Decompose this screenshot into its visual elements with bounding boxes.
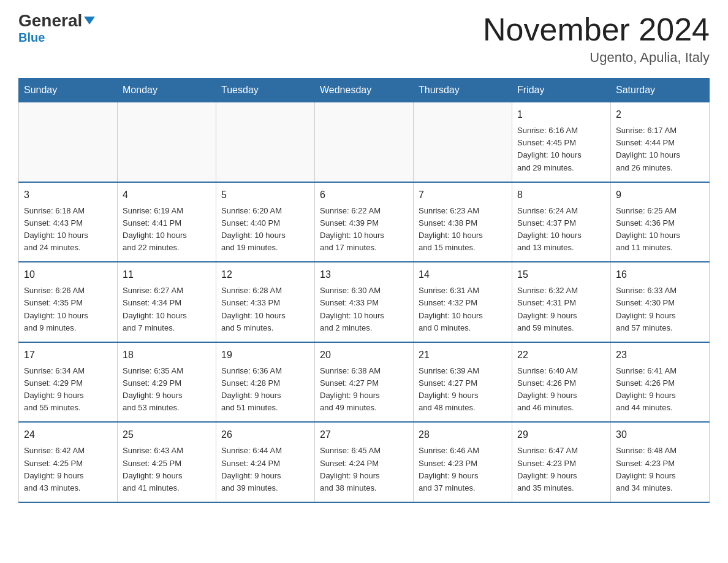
day-info: Sunrise: 6:44 AM Sunset: 4:24 PM Dayligh…: [221, 445, 309, 494]
calendar-cell: 22Sunrise: 6:40 AM Sunset: 4:26 PM Dayli…: [512, 342, 611, 423]
calendar-week-4: 17Sunrise: 6:34 AM Sunset: 4:29 PM Dayli…: [19, 342, 710, 423]
day-number: 9: [616, 188, 704, 202]
day-number: 22: [517, 348, 605, 362]
day-number: 2: [616, 107, 704, 122]
calendar-cell: 6Sunrise: 6:22 AM Sunset: 4:39 PM Daylig…: [315, 182, 414, 262]
day-number: 29: [517, 427, 605, 442]
calendar-cell: 9Sunrise: 6:25 AM Sunset: 4:36 PM Daylig…: [611, 182, 710, 262]
day-number: 20: [320, 348, 408, 362]
calendar-cell: 23Sunrise: 6:41 AM Sunset: 4:26 PM Dayli…: [611, 342, 710, 423]
day-info: Sunrise: 6:24 AM Sunset: 4:37 PM Dayligh…: [517, 205, 605, 255]
day-info: Sunrise: 6:36 AM Sunset: 4:28 PM Dayligh…: [221, 365, 309, 415]
calendar-cell: [315, 102, 414, 182]
day-info: Sunrise: 6:20 AM Sunset: 4:40 PM Dayligh…: [221, 205, 309, 255]
weekday-header-saturday: Saturday: [611, 79, 710, 102]
day-info: Sunrise: 6:28 AM Sunset: 4:33 PM Dayligh…: [221, 285, 309, 334]
logo-triangle: [84, 17, 95, 25]
day-number: 13: [320, 267, 408, 282]
day-number: 15: [517, 267, 605, 282]
day-number: 30: [616, 427, 704, 442]
header: General Blue November 2024 Ugento, Apuli…: [18, 12, 710, 66]
calendar-cell: 17Sunrise: 6:34 AM Sunset: 4:29 PM Dayli…: [19, 342, 118, 423]
calendar-body: 1Sunrise: 6:16 AM Sunset: 4:45 PM Daylig…: [19, 102, 710, 502]
calendar-cell: 4Sunrise: 6:19 AM Sunset: 4:41 PM Daylig…: [118, 182, 216, 262]
calendar-cell: 13Sunrise: 6:30 AM Sunset: 4:33 PM Dayli…: [315, 262, 414, 342]
calendar-cell: 18Sunrise: 6:35 AM Sunset: 4:29 PM Dayli…: [118, 342, 216, 423]
day-info: Sunrise: 6:16 AM Sunset: 4:45 PM Dayligh…: [517, 124, 605, 174]
calendar-cell: 27Sunrise: 6:45 AM Sunset: 4:24 PM Dayli…: [315, 422, 414, 502]
day-info: Sunrise: 6:23 AM Sunset: 4:38 PM Dayligh…: [419, 205, 507, 255]
day-number: 10: [24, 267, 112, 282]
logo-area: General Blue: [18, 12, 96, 45]
calendar-week-5: 24Sunrise: 6:42 AM Sunset: 4:25 PM Dayli…: [19, 422, 710, 502]
day-number: 8: [517, 188, 605, 202]
calendar-cell: 2Sunrise: 6:17 AM Sunset: 4:44 PM Daylig…: [611, 102, 710, 182]
day-number: 12: [221, 267, 309, 282]
day-info: Sunrise: 6:42 AM Sunset: 4:25 PM Dayligh…: [24, 445, 112, 494]
day-number: 7: [419, 188, 507, 202]
weekday-header-tuesday: Tuesday: [216, 79, 315, 102]
weekday-header-friday: Friday: [512, 79, 611, 102]
day-number: 5: [221, 188, 309, 202]
day-number: 6: [320, 188, 408, 202]
day-info: Sunrise: 6:39 AM Sunset: 4:27 PM Dayligh…: [419, 365, 507, 415]
logo-blue-text: Blue: [18, 31, 45, 45]
day-number: 27: [320, 427, 408, 442]
calendar-cell: 11Sunrise: 6:27 AM Sunset: 4:34 PM Dayli…: [118, 262, 216, 342]
day-number: 25: [123, 427, 211, 442]
day-info: Sunrise: 6:35 AM Sunset: 4:29 PM Dayligh…: [123, 365, 211, 415]
calendar-week-2: 3Sunrise: 6:18 AM Sunset: 4:43 PM Daylig…: [19, 182, 710, 262]
day-number: 16: [616, 267, 704, 282]
calendar-cell: 21Sunrise: 6:39 AM Sunset: 4:27 PM Dayli…: [414, 342, 512, 423]
day-info: Sunrise: 6:26 AM Sunset: 4:35 PM Dayligh…: [24, 285, 112, 334]
calendar-cell: 15Sunrise: 6:32 AM Sunset: 4:31 PM Dayli…: [512, 262, 611, 342]
weekday-header-row: SundayMondayTuesdayWednesdayThursdayFrid…: [19, 79, 710, 102]
calendar-cell: [216, 102, 315, 182]
day-number: 28: [419, 427, 507, 442]
day-info: Sunrise: 6:31 AM Sunset: 4:32 PM Dayligh…: [419, 285, 507, 334]
calendar-cell: [118, 102, 216, 182]
calendar-cell: 10Sunrise: 6:26 AM Sunset: 4:35 PM Dayli…: [19, 262, 118, 342]
calendar-cell: 14Sunrise: 6:31 AM Sunset: 4:32 PM Dayli…: [414, 262, 512, 342]
calendar-cell: 26Sunrise: 6:44 AM Sunset: 4:24 PM Dayli…: [216, 422, 315, 502]
day-number: 4: [123, 188, 211, 202]
day-info: Sunrise: 6:25 AM Sunset: 4:36 PM Dayligh…: [616, 205, 704, 255]
day-info: Sunrise: 6:30 AM Sunset: 4:33 PM Dayligh…: [320, 285, 408, 334]
calendar-week-3: 10Sunrise: 6:26 AM Sunset: 4:35 PM Dayli…: [19, 262, 710, 342]
day-number: 21: [419, 348, 507, 362]
calendar-cell: 24Sunrise: 6:42 AM Sunset: 4:25 PM Dayli…: [19, 422, 118, 502]
calendar-cell: 5Sunrise: 6:20 AM Sunset: 4:40 PM Daylig…: [216, 182, 315, 262]
calendar-cell: 20Sunrise: 6:38 AM Sunset: 4:27 PM Dayli…: [315, 342, 414, 423]
day-info: Sunrise: 6:47 AM Sunset: 4:23 PM Dayligh…: [517, 445, 605, 494]
day-info: Sunrise: 6:17 AM Sunset: 4:44 PM Dayligh…: [616, 124, 704, 174]
day-info: Sunrise: 6:46 AM Sunset: 4:23 PM Dayligh…: [419, 445, 507, 494]
day-info: Sunrise: 6:19 AM Sunset: 4:41 PM Dayligh…: [123, 205, 211, 255]
day-number: 1: [517, 107, 605, 122]
calendar-cell: 3Sunrise: 6:18 AM Sunset: 4:43 PM Daylig…: [19, 182, 118, 262]
logo: General: [18, 12, 96, 29]
subtitle: Ugento, Apulia, Italy: [483, 50, 710, 66]
weekday-header-wednesday: Wednesday: [315, 79, 414, 102]
day-info: Sunrise: 6:27 AM Sunset: 4:34 PM Dayligh…: [123, 285, 211, 334]
day-number: 24: [24, 427, 112, 442]
day-info: Sunrise: 6:18 AM Sunset: 4:43 PM Dayligh…: [24, 205, 112, 255]
weekday-header-monday: Monday: [118, 79, 216, 102]
calendar-cell: 29Sunrise: 6:47 AM Sunset: 4:23 PM Dayli…: [512, 422, 611, 502]
calendar-cell: 8Sunrise: 6:24 AM Sunset: 4:37 PM Daylig…: [512, 182, 611, 262]
calendar-cell: 28Sunrise: 6:46 AM Sunset: 4:23 PM Dayli…: [414, 422, 512, 502]
calendar-cell: 25Sunrise: 6:43 AM Sunset: 4:25 PM Dayli…: [118, 422, 216, 502]
day-info: Sunrise: 6:43 AM Sunset: 4:25 PM Dayligh…: [123, 445, 211, 494]
day-info: Sunrise: 6:33 AM Sunset: 4:30 PM Dayligh…: [616, 285, 704, 334]
day-number: 19: [221, 348, 309, 362]
title-area: November 2024 Ugento, Apulia, Italy: [483, 12, 710, 66]
day-number: 17: [24, 348, 112, 362]
calendar-cell: 16Sunrise: 6:33 AM Sunset: 4:30 PM Dayli…: [611, 262, 710, 342]
calendar-cell: [19, 102, 118, 182]
calendar-week-1: 1Sunrise: 6:16 AM Sunset: 4:45 PM Daylig…: [19, 102, 710, 182]
weekday-header-thursday: Thursday: [414, 79, 512, 102]
calendar-cell: 19Sunrise: 6:36 AM Sunset: 4:28 PM Dayli…: [216, 342, 315, 423]
day-number: 23: [616, 348, 704, 362]
day-info: Sunrise: 6:40 AM Sunset: 4:26 PM Dayligh…: [517, 365, 605, 415]
main-title: November 2024: [483, 12, 710, 47]
day-info: Sunrise: 6:34 AM Sunset: 4:29 PM Dayligh…: [24, 365, 112, 415]
